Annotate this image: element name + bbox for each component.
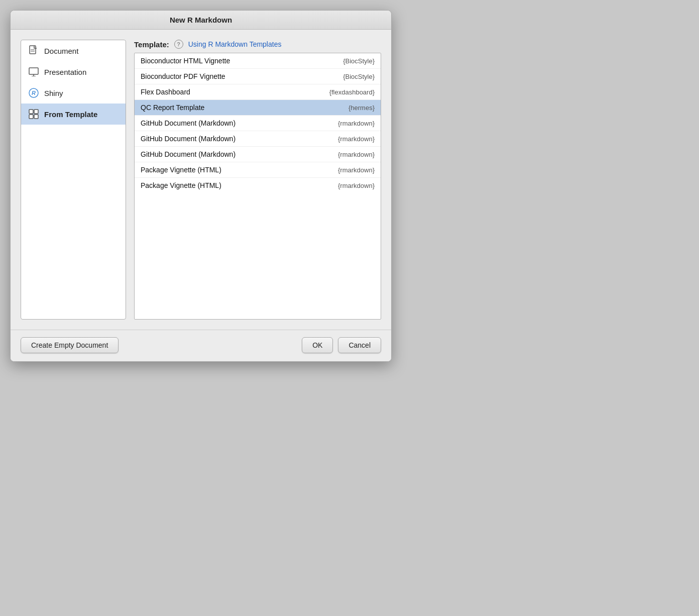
help-icon[interactable]: ? [174, 40, 183, 49]
template-pkg: {rmarkdown} [338, 166, 375, 174]
template-pkg: {rmarkdown} [338, 120, 375, 127]
template-pkg: {BiocStyle} [343, 73, 375, 80]
sidebar-item-shiny-label: Shiny [44, 89, 63, 97]
sidebar-item-presentation-label: Presentation [44, 68, 86, 76]
svg-rect-3 [29, 68, 38, 74]
sidebar: Document Presentation [21, 40, 126, 320]
dialog-body: Document Presentation [11, 30, 391, 330]
template-row[interactable]: Bioconductor PDF Vignette{BiocStyle} [135, 69, 381, 84]
template-pkg: {rmarkdown} [338, 182, 375, 189]
create-empty-button[interactable]: Create Empty Document [21, 337, 119, 353]
template-name: QC Report Template [141, 104, 204, 112]
template-name: GitHub Document (Markdown) [141, 119, 236, 127]
svg-rect-11 [34, 115, 38, 119]
document-icon [28, 45, 39, 56]
template-row[interactable]: QC Report Template{hermes} [135, 100, 381, 116]
template-section-label: Template: [134, 40, 169, 49]
template-header: Template: ? Using R Markdown Templates [134, 40, 381, 49]
cancel-button[interactable]: Cancel [338, 337, 381, 353]
footer-right: OK Cancel [302, 337, 381, 353]
template-name: GitHub Document (Markdown) [141, 135, 236, 143]
svg-text:R: R [32, 90, 36, 96]
ok-button[interactable]: OK [302, 337, 333, 353]
sidebar-item-document[interactable]: Document [21, 40, 126, 61]
svg-rect-10 [29, 115, 33, 119]
template-link[interactable]: Using R Markdown Templates [188, 40, 282, 48]
template-name: Package Vignette (HTML) [141, 166, 221, 174]
template-pkg: {BiocStyle} [343, 57, 375, 65]
dialog-content: Document Presentation [21, 40, 381, 320]
template-pkg: {hermes} [348, 104, 375, 112]
template-row[interactable]: GitHub Document (Markdown){rmarkdown} [135, 131, 381, 147]
svg-rect-9 [34, 110, 38, 114]
template-row[interactable]: GitHub Document (Markdown){rmarkdown} [135, 116, 381, 131]
template-list[interactable]: Bioconductor HTML Vignette{BiocStyle}Bio… [134, 53, 381, 320]
sidebar-item-from-template[interactable]: From Template [21, 104, 126, 125]
template-panel: Template: ? Using R Markdown Templates B… [134, 40, 381, 320]
template-pkg: {rmarkdown} [338, 135, 375, 143]
template-row[interactable]: Flex Dashboard{flexdashboard} [135, 84, 381, 100]
template-name: Flex Dashboard [141, 88, 190, 96]
template-row[interactable]: Package Vignette (HTML){rmarkdown} [135, 178, 381, 193]
svg-rect-8 [29, 110, 33, 114]
template-name: Bioconductor HTML Vignette [141, 57, 230, 65]
dialog-titlebar: New R Markdown [11, 11, 391, 30]
sidebar-item-document-label: Document [44, 47, 78, 55]
sidebar-item-shiny[interactable]: R Shiny [21, 82, 126, 104]
template-row[interactable]: Package Vignette (HTML){rmarkdown} [135, 162, 381, 178]
template-pkg: {flexdashboard} [329, 88, 375, 96]
dialog-footer: Create Empty Document OK Cancel [11, 330, 391, 361]
template-name: Bioconductor PDF Vignette [141, 72, 225, 80]
template-row[interactable]: GitHub Document (Markdown){rmarkdown} [135, 147, 381, 162]
template-name: Package Vignette (HTML) [141, 181, 221, 189]
shiny-icon: R [28, 87, 39, 98]
template-row[interactable]: Bioconductor HTML Vignette{BiocStyle} [135, 53, 381, 69]
new-rmarkdown-dialog: New R Markdown Document [10, 10, 392, 362]
footer-left: Create Empty Document [21, 337, 119, 353]
presentation-icon [28, 66, 39, 77]
template-pkg: {rmarkdown} [338, 151, 375, 158]
template-name: GitHub Document (Markdown) [141, 150, 236, 158]
dialog-title: New R Markdown [19, 16, 383, 24]
sidebar-item-presentation[interactable]: Presentation [21, 61, 126, 82]
sidebar-item-from-template-label: From Template [44, 110, 97, 119]
from-template-icon [28, 109, 39, 120]
